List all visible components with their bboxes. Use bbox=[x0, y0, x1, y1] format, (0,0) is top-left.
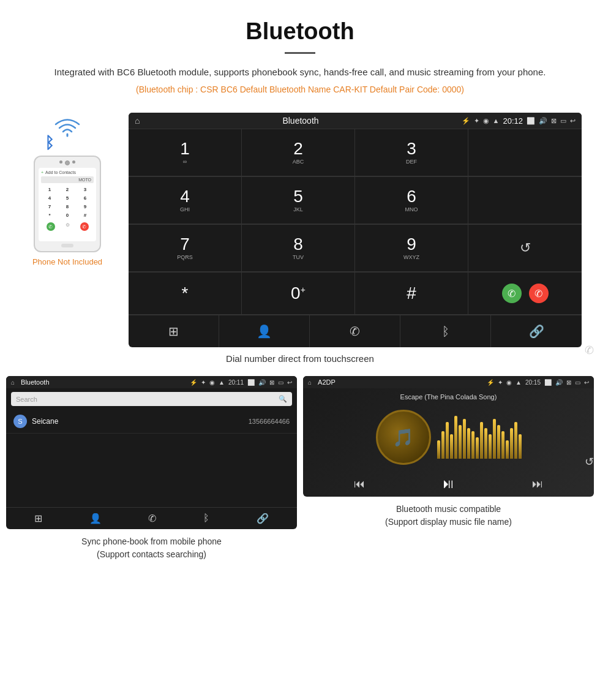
ms-signal-icon: ▲ bbox=[516, 379, 522, 386]
phone-home-button bbox=[61, 244, 73, 247]
car-close-icon[interactable]: ⊠ bbox=[551, 117, 557, 125]
ms-vol-icon: 🔊 bbox=[555, 379, 563, 386]
dial-empty-2 bbox=[468, 177, 582, 224]
pb-contact-area: S Seicane 13566664466 bbox=[6, 410, 297, 507]
dial-key-hash[interactable]: # bbox=[355, 273, 468, 315]
ms-title: A2DP bbox=[318, 378, 483, 386]
dial-redial[interactable]: ↺ bbox=[468, 225, 582, 272]
car-camera-icon: ⬜ bbox=[527, 117, 535, 125]
dial-grid-row3: 7 PQRS 8 TUV 9 WXYZ ↺ bbox=[129, 224, 582, 272]
ms-time: 20:15 bbox=[525, 379, 541, 386]
dial-key-star[interactable]: * bbox=[129, 273, 242, 315]
dial-key-2[interactable]: 2 ABC bbox=[242, 129, 355, 176]
wifi-icon-area: ᛒ bbox=[43, 113, 92, 149]
pb-bottom-person[interactable]: 👤 bbox=[89, 513, 102, 524]
dial-key-5[interactable]: 5 JKL bbox=[242, 177, 355, 224]
ms-album-area: 🎵 bbox=[303, 404, 594, 471]
phone-icon: ✆ bbox=[350, 324, 360, 339]
car-signal-icon: ▲ bbox=[493, 117, 500, 124]
phone-call-button[interactable]: ✆ bbox=[47, 222, 55, 231]
pb-vol-icon: 🔊 bbox=[258, 379, 266, 386]
pb-contact-name: Seicane bbox=[32, 417, 249, 426]
car-volume-icon: 🔊 bbox=[539, 117, 547, 125]
car-split-icon[interactable]: ▭ bbox=[560, 117, 566, 125]
dial-grid-row1: 1 ∞ 2 ABC 3 DEF bbox=[129, 129, 582, 176]
ms-usb-icon: ⚡ bbox=[487, 379, 494, 386]
dial-grid-row4: * 0+ # ✆ ✆ bbox=[129, 272, 582, 315]
pb-contact-row[interactable]: S Seicane 13566664466 bbox=[6, 410, 297, 434]
dial-key-3[interactable]: 3 DEF bbox=[355, 129, 468, 176]
dial-display-area bbox=[468, 129, 582, 176]
pb-bt-icon: ✦ bbox=[201, 379, 206, 386]
pb-bottom-bt[interactable]: ᛒ bbox=[203, 513, 209, 524]
link-icon: 🔗 bbox=[529, 324, 544, 339]
pb-back-icon[interactable]: ↩ bbox=[287, 379, 292, 386]
car-toolbar-phone[interactable]: ✆ bbox=[310, 315, 400, 347]
pb-title: Bluetooth bbox=[21, 378, 186, 386]
phone-end-button[interactable]: ✆ bbox=[80, 222, 89, 231]
car-bt-icon: ✦ bbox=[474, 117, 479, 125]
call-end-button[interactable]: ✆ bbox=[529, 284, 549, 303]
dial-key-4[interactable]: 4 GHI bbox=[129, 177, 242, 224]
ms-controls: ⏮ ⏯ ⏭ bbox=[303, 471, 594, 497]
pb-caption: Sync phone-book from mobile phone(Suppor… bbox=[81, 535, 222, 561]
ms-play-pause-button[interactable]: ⏯ bbox=[441, 476, 455, 492]
dial-key-8[interactable]: 8 TUV bbox=[242, 225, 355, 272]
phone-mockup: + Add to Contacts MOTO 123 456 789 *0# ✆… bbox=[34, 156, 101, 252]
car-toolbar-contacts[interactable]: 👤 bbox=[219, 315, 310, 347]
subtitle: Integrated with BC6 Bluetooth module, su… bbox=[24, 65, 576, 80]
ms-close-icon[interactable]: ⊠ bbox=[566, 379, 571, 386]
dial-key-9[interactable]: 9 WXYZ bbox=[355, 225, 468, 272]
phonebook-screen-wrap: ⌂ Bluetooth ⚡ ✦ ◉ ▲ 20:11 ⬜ 🔊 ⊠ ▭ ↩ Sear… bbox=[6, 376, 297, 561]
car-status-bar: ⌂ Bluetooth ⚡ ✦ ◉ ▲ 20:12 ⬜ 🔊 ⊠ ▭ ↩ bbox=[129, 113, 582, 129]
ms-split-icon[interactable]: ▭ bbox=[575, 379, 580, 386]
pb-search-bar[interactable]: Search 🔍 bbox=[11, 392, 292, 406]
ms-status-bar: ⌂ A2DP ⚡ ✦ ◉ ▲ 20:15 ⬜ 🔊 ⊠ ▭ ↩ bbox=[303, 376, 594, 388]
ms-equalizer bbox=[437, 416, 522, 459]
contacts-icon: 👤 bbox=[257, 324, 272, 339]
ms-home-icon[interactable]: ⌂ bbox=[308, 379, 312, 386]
dial-key-0[interactable]: 0+ bbox=[242, 273, 355, 315]
pb-bottom-link[interactable]: 🔗 bbox=[257, 513, 269, 524]
dial-key-7[interactable]: 7 PQRS bbox=[129, 225, 242, 272]
pb-search-icon: 🔍 bbox=[279, 395, 287, 403]
pb-location-icon: ◉ bbox=[209, 379, 215, 386]
ms-next-button[interactable]: ⏭ bbox=[532, 478, 543, 491]
pb-split-icon[interactable]: ▭ bbox=[278, 379, 283, 386]
grid-icon: ⊞ bbox=[168, 324, 179, 339]
ms-prev-button[interactable]: ⏮ bbox=[354, 478, 365, 491]
phone-top-bar bbox=[39, 160, 96, 165]
ms-cam-icon: ⬜ bbox=[544, 379, 552, 386]
dial-caption: Dial number direct from touchscreen bbox=[0, 347, 600, 376]
pb-status-bar: ⌂ Bluetooth ⚡ ✦ ◉ ▲ 20:11 ⬜ 🔊 ⊠ ▭ ↩ bbox=[6, 376, 297, 388]
dial-key-1[interactable]: 1 ∞ bbox=[129, 129, 242, 176]
wifi-signal-icon bbox=[52, 113, 83, 140]
bluetooth-icon-small: ᛒ bbox=[45, 134, 54, 152]
dial-call-buttons: ✆ ✆ bbox=[468, 273, 582, 315]
car-back-icon[interactable]: ↩ bbox=[570, 117, 576, 125]
car-home-icon[interactable]: ⌂ bbox=[135, 116, 140, 126]
car-screen-title: Bluetooth bbox=[144, 116, 456, 126]
phone-mockup-area: ᛒ + Add to Contacts MOTO 123 456 789 *0# bbox=[18, 113, 116, 266]
pb-bottom-bar: ⊞ 👤 ✆ ᛒ 🔗 bbox=[6, 507, 297, 529]
ms-caption: Bluetooth music compatible(Support displ… bbox=[385, 503, 512, 529]
call-accept-button[interactable]: ✆ bbox=[502, 284, 522, 303]
dial-section: ᛒ + Add to Contacts MOTO 123 456 789 *0# bbox=[0, 100, 600, 347]
pb-bottom-phone[interactable]: ✆ bbox=[148, 513, 156, 524]
dial-key-6[interactable]: 6 MNO bbox=[355, 177, 468, 224]
pb-close-icon[interactable]: ⊠ bbox=[269, 379, 274, 386]
phonebook-screen: ⌂ Bluetooth ⚡ ✦ ◉ ▲ 20:11 ⬜ 🔊 ⊠ ▭ ↩ Sear… bbox=[6, 376, 297, 529]
page-header: Bluetooth Integrated with BC6 Bluetooth … bbox=[0, 0, 600, 100]
pb-contact-number: 13566664466 bbox=[249, 418, 290, 425]
car-toolbar-bluetooth[interactable]: ᛒ bbox=[400, 315, 491, 347]
ms-song-title: Escape (The Pina Colada Song) bbox=[303, 388, 594, 404]
ms-location-icon: ◉ bbox=[506, 379, 512, 386]
pb-bottom-grid[interactable]: ⊞ bbox=[34, 513, 42, 524]
car-toolbar-link[interactable]: 🔗 bbox=[491, 315, 582, 347]
phone-dial-grid: 123 456 789 *0# bbox=[41, 186, 94, 219]
car-toolbar-grid[interactable]: ⊞ bbox=[129, 315, 219, 347]
ms-back-icon[interactable]: ↩ bbox=[584, 379, 589, 386]
pb-empty-area bbox=[6, 434, 297, 507]
phone-not-included-label: Phone Not Included bbox=[32, 257, 102, 266]
pb-home-icon[interactable]: ⌂ bbox=[11, 379, 15, 386]
